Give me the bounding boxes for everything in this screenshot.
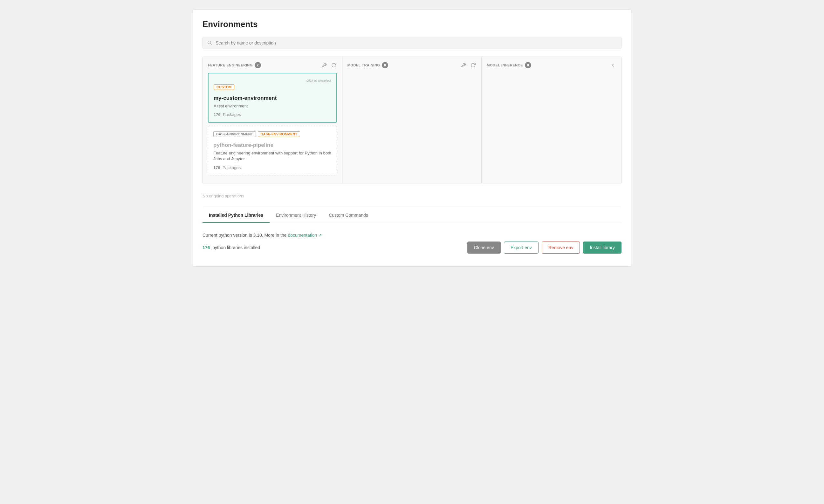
- env-card-base[interactable]: BASE-ENVIRONMENT BASE-ENVIRONMENT python…: [208, 126, 337, 175]
- export-env-button[interactable]: Export env: [504, 242, 538, 254]
- column-title-training-text: MODEL TRAINING: [347, 63, 380, 67]
- python-version-text: Current python version is 3.10. More in …: [203, 233, 621, 238]
- tabs-nav: Installed Python Libraries Environment H…: [203, 208, 621, 223]
- column-title: FEATURE ENGINEERING 2: [208, 62, 261, 68]
- wrench-button-training[interactable]: [460, 62, 467, 68]
- search-input[interactable]: [216, 40, 617, 45]
- no-ops-text: No ongoing operations: [203, 191, 621, 202]
- page-title: Environments: [203, 19, 621, 29]
- column-count-badge: 2: [254, 62, 261, 68]
- env-columns: FEATURE ENGINEERING 2: [203, 56, 621, 184]
- tag-custom: CUSTOM: [214, 84, 234, 90]
- python-version-label: Current python version is 3.10. More in …: [203, 233, 287, 238]
- column-title-inference: MODEL INFERENCE 0: [487, 62, 531, 68]
- column-header: FEATURE ENGINEERING 2: [208, 62, 337, 68]
- tag-base-orange: BASE-ENVIRONMENT: [258, 131, 300, 137]
- env-name-base: python-feature-pipeline: [213, 142, 331, 148]
- env-description-base: Feature engineering environment with sup…: [213, 150, 331, 162]
- env-column-model-training: MODEL TRAINING 0: [342, 57, 482, 184]
- column-header-training: MODEL TRAINING 0: [347, 62, 477, 68]
- env-card-custom[interactable]: click to unselect CUSTOM my-custom-envir…: [208, 73, 337, 123]
- column-actions-training: [460, 62, 476, 68]
- tag-base-grey: BASE-ENVIRONMENT: [213, 131, 256, 137]
- column-actions: [321, 62, 337, 68]
- column-actions-inference: [610, 62, 616, 68]
- tab-environment-history[interactable]: Environment History: [270, 208, 322, 223]
- env-packages-custom: 176 Packages: [214, 112, 331, 117]
- libraries-count-num: 176: [203, 245, 210, 250]
- column-count-badge-inference: 0: [525, 62, 531, 68]
- pkg-count-base: 176: [213, 165, 220, 170]
- click-to-unselect-text: click to unselect: [214, 79, 331, 82]
- tab-custom-commands[interactable]: Custom Commands: [322, 208, 375, 223]
- action-buttons: Clone env Export env Remove env Install …: [467, 242, 621, 254]
- libraries-count-text: 176 python libraries installed: [203, 245, 260, 250]
- env-column-model-inference: MODEL INFERENCE 0: [482, 57, 621, 184]
- column-count-badge-training: 0: [382, 62, 388, 68]
- tabs-section: Installed Python Libraries Environment H…: [203, 208, 621, 257]
- tags-row-base: BASE-ENVIRONMENT BASE-ENVIRONMENT: [213, 131, 331, 139]
- refresh-button[interactable]: [331, 62, 337, 68]
- remove-env-button[interactable]: Remove env: [542, 242, 580, 254]
- search-icon: [207, 40, 212, 45]
- column-title-training: MODEL TRAINING 0: [347, 62, 389, 68]
- libraries-info-row: 176 python libraries installed Clone env…: [203, 242, 621, 254]
- search-bar: [203, 37, 621, 49]
- env-name-custom: my-custom-environment: [214, 95, 331, 101]
- env-description-custom: A test environment: [214, 103, 331, 109]
- column-title-text: FEATURE ENGINEERING: [208, 63, 253, 67]
- pkg-count: 176: [214, 112, 221, 117]
- tab-content-installed: Current python version is 3.10. More in …: [203, 229, 621, 257]
- env-packages-base: 176 Packages: [213, 165, 331, 170]
- column-header-inference: MODEL INFERENCE 0: [487, 62, 616, 68]
- wrench-button[interactable]: [321, 62, 327, 68]
- install-library-button[interactable]: Install library: [583, 242, 621, 254]
- refresh-button-training[interactable]: [470, 62, 476, 68]
- column-title-inference-text: MODEL INFERENCE: [487, 63, 523, 67]
- page-wrapper: Environments FEATURE ENGINEERING 2: [0, 0, 824, 276]
- back-button-inference[interactable]: [610, 62, 616, 68]
- svg-line-1: [210, 43, 212, 45]
- env-column-feature-engineering: FEATURE ENGINEERING 2: [203, 57, 342, 184]
- documentation-link[interactable]: documentation ↗: [288, 233, 322, 238]
- pkg-label-base: Packages: [222, 165, 241, 170]
- pkg-label: Packages: [223, 112, 241, 117]
- clone-env-button[interactable]: Clone env: [467, 242, 501, 254]
- tags-row: CUSTOM: [214, 84, 331, 93]
- libraries-text: python libraries installed: [212, 245, 260, 250]
- main-container: Environments FEATURE ENGINEERING 2: [193, 10, 631, 267]
- tab-installed-python-libraries[interactable]: Installed Python Libraries: [203, 208, 270, 223]
